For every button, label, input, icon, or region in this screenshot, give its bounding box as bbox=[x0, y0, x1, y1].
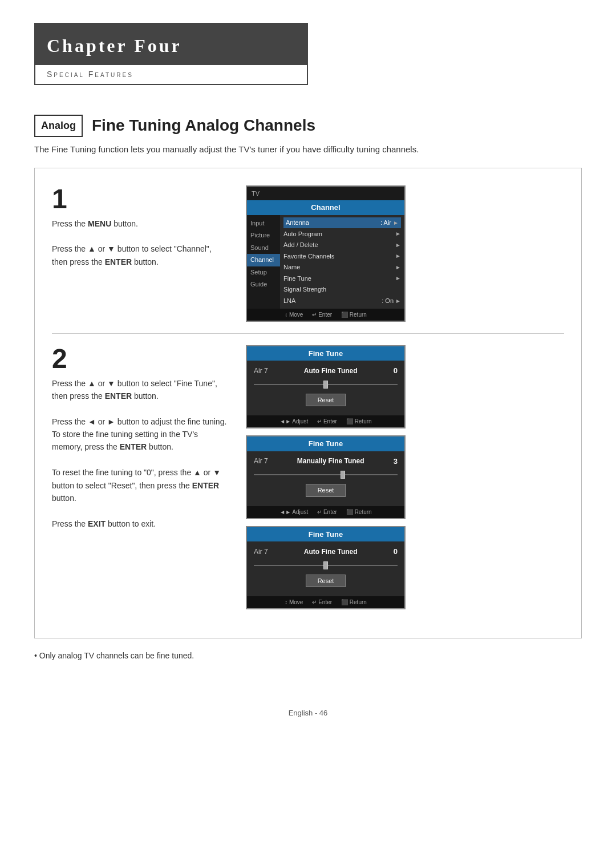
nav-setup: Setup bbox=[247, 266, 280, 279]
menu-row-lna: LNA: On ► bbox=[283, 295, 401, 306]
reset-button-2[interactable]: Reset bbox=[306, 484, 346, 497]
tuned-type-2: Manually Fine Tuned bbox=[297, 456, 364, 466]
step-divider bbox=[52, 333, 564, 334]
fine-tune-body-2: Air 7 Manually Fine Tuned 3 Reset bbox=[247, 451, 404, 506]
tv-menu-header: TV bbox=[247, 187, 404, 201]
reset-button-1[interactable]: Reset bbox=[306, 394, 346, 407]
tuned-value-1: 0 bbox=[394, 365, 398, 377]
fine-tune-screen-3: Fine Tune Air 7 Auto Fine Tuned 0 Reset bbox=[246, 526, 406, 610]
chapter-header: Chapter Four Special Features bbox=[34, 23, 308, 85]
step-2-left: 2 Press the ▲ or ▼ button to select "Fin… bbox=[52, 345, 229, 531]
menu-row-favorite: Favorite Channels► bbox=[283, 250, 401, 262]
slider-1 bbox=[254, 380, 398, 389]
channel-label-3: Air 7 bbox=[254, 547, 268, 557]
tuned-type-3: Auto Fine Tuned bbox=[304, 547, 358, 557]
step-2-row: 2 Press the ▲ or ▼ button to select "Fin… bbox=[52, 345, 564, 610]
content-box: 1 Press the MENU button. Press the ▲ or … bbox=[34, 168, 582, 639]
tuned-type-1: Auto Fine Tuned bbox=[304, 366, 358, 376]
menu-row-antenna: Antenna: Air ► bbox=[283, 217, 401, 229]
menu-row-name: Name► bbox=[283, 262, 401, 273]
slider-thumb-3 bbox=[323, 561, 328, 569]
menu-row-auto: Auto Program► bbox=[283, 228, 401, 240]
tv-menu-title: Channel bbox=[247, 200, 404, 215]
step-1-right: TV Channel Input Picture Sound Channel S… bbox=[246, 185, 564, 322]
section-description: The Fine Tuning function lets you manual… bbox=[34, 143, 502, 156]
nav-sound: Sound bbox=[247, 242, 280, 254]
step-2-text: Press the ▲ or ▼ button to select "Fine … bbox=[52, 377, 229, 531]
fine-tune-footer-2: ◄► Adjust↵ Enter⬛ Return bbox=[247, 506, 404, 518]
fine-tune-footer-1: ◄► Adjust↵ Enter⬛ Return bbox=[247, 415, 404, 427]
page: Chapter Four Special Features Analog Fin… bbox=[0, 0, 616, 841]
section-heading: Analog Fine Tuning Analog Channels bbox=[34, 114, 582, 138]
fine-tune-row-1: Air 7 Auto Fine Tuned 0 bbox=[254, 365, 398, 377]
fine-tune-title-3: Fine Tune bbox=[247, 527, 404, 542]
tv-menu-nav: Input Picture Sound Channel Setup Guide bbox=[247, 215, 280, 309]
chapter-subtitle: Special Features bbox=[47, 68, 295, 80]
tuned-value-3: 0 bbox=[394, 546, 398, 557]
slider-thumb-1 bbox=[323, 381, 328, 389]
note: Only analog TV channels can be fine tune… bbox=[34, 650, 582, 662]
step-1-number: 1 bbox=[52, 185, 229, 213]
reset-button-3[interactable]: Reset bbox=[306, 575, 346, 588]
step-1-row: 1 Press the MENU button. Press the ▲ or … bbox=[52, 185, 564, 322]
tv-menu: TV Channel Input Picture Sound Channel S… bbox=[246, 185, 406, 322]
fine-tune-body-3: Air 7 Auto Fine Tuned 0 Reset bbox=[247, 541, 404, 596]
tuned-value-2: 3 bbox=[394, 456, 398, 467]
page-number: English - 46 bbox=[289, 709, 328, 717]
tv-menu-content: Antenna: Air ► Auto Program► Add / Delet… bbox=[280, 215, 404, 309]
tv-menu-footer: ↕ Move↵ Enter⬛ Return bbox=[247, 309, 404, 321]
fine-tune-screen-1: Fine Tune Air 7 Auto Fine Tuned 0 Reset bbox=[246, 345, 406, 429]
channel-label-1: Air 7 bbox=[254, 366, 268, 376]
nav-picture: Picture bbox=[247, 229, 280, 242]
chapter-title-box: Chapter Four bbox=[35, 24, 307, 65]
fine-tune-row-3: Air 7 Auto Fine Tuned 0 bbox=[254, 546, 398, 557]
slider-thumb-2 bbox=[341, 471, 345, 479]
tv-label: TV bbox=[252, 189, 260, 199]
nav-input: Input bbox=[247, 217, 280, 230]
chapter-title: Chapter Four bbox=[47, 32, 295, 59]
nav-guide: Guide bbox=[247, 278, 280, 291]
channel-label-2: Air 7 bbox=[254, 456, 268, 466]
analog-badge: Analog bbox=[34, 115, 83, 137]
menu-row-signal: Signal Strength bbox=[283, 284, 401, 296]
fine-tune-title-1: Fine Tune bbox=[247, 346, 404, 361]
chapter-subtitle-box: Special Features bbox=[35, 65, 307, 84]
menu-row-add: Add / Delete► bbox=[283, 240, 401, 251]
slider-2 bbox=[254, 470, 398, 479]
step-1-text: Press the MENU button. Press the ▲ or ▼ … bbox=[52, 217, 229, 269]
slider-3 bbox=[254, 561, 398, 570]
slider-track-2 bbox=[254, 474, 398, 475]
step-2-number: 2 bbox=[52, 345, 229, 373]
fine-tune-title-2: Fine Tune bbox=[247, 436, 404, 451]
section-title: Fine Tuning Analog Channels bbox=[92, 114, 315, 138]
page-footer: English - 46 bbox=[34, 707, 582, 719]
fine-tune-body-1: Air 7 Auto Fine Tuned 0 Reset bbox=[247, 361, 404, 415]
nav-channel: Channel bbox=[247, 254, 280, 266]
fine-tune-footer-3: ↕ Move↵ Enter⬛ Return bbox=[247, 596, 404, 608]
step-2-right: Fine Tune Air 7 Auto Fine Tuned 0 Reset bbox=[246, 345, 564, 610]
tv-menu-sidebar: Input Picture Sound Channel Setup Guide … bbox=[247, 215, 404, 309]
step-1-left: 1 Press the MENU button. Press the ▲ or … bbox=[52, 185, 229, 269]
menu-row-finetune: Fine Tune► bbox=[283, 273, 401, 284]
fine-tune-row-2: Air 7 Manually Fine Tuned 3 bbox=[254, 456, 398, 467]
fine-tune-screen-2: Fine Tune Air 7 Manually Fine Tuned 3 Re… bbox=[246, 435, 406, 519]
